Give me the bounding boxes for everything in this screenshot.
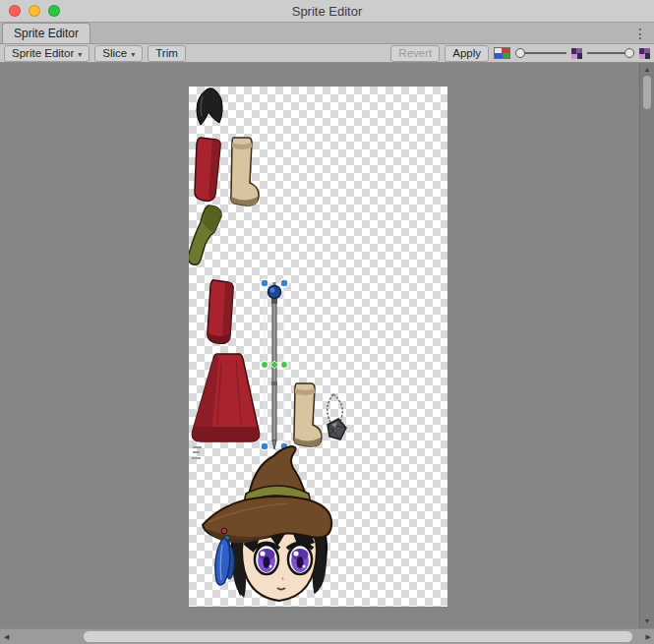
trim-label: Trim	[155, 47, 178, 59]
selection-handle[interactable]	[281, 362, 288, 369]
chevron-down-icon: ▾	[78, 49, 82, 58]
sprite-staff-selected[interactable]	[261, 279, 288, 450]
toolbar: Sprite Editor ▾ Slice ▾ Trim Revert Appl…	[0, 44, 654, 63]
kebab-menu-icon[interactable]: ⋮	[633, 27, 647, 40]
sprite-pendant[interactable]	[327, 394, 346, 439]
tab-strip: Sprite Editor ⋮	[0, 23, 654, 44]
selection-handle[interactable]	[261, 442, 268, 450]
vertical-scrollbar-thumb[interactable]	[643, 76, 651, 109]
apply-button[interactable]: Apply	[445, 45, 489, 62]
sprite-boot-2[interactable]	[294, 383, 322, 446]
sprite-fragments[interactable]	[192, 446, 202, 459]
sprite-boot[interactable]	[231, 138, 259, 205]
sprite-scarf[interactable]	[189, 205, 221, 264]
mip-level-low-icon	[571, 48, 582, 59]
sprite-red-arm[interactable]	[208, 280, 233, 344]
close-button[interactable]	[9, 5, 21, 17]
tab-sprite-editor[interactable]: Sprite Editor	[2, 23, 90, 43]
selection-handle[interactable]	[261, 279, 268, 287]
sprite-editor-mode-label: Sprite Editor	[12, 47, 74, 59]
zoom-slider-knob[interactable]	[515, 48, 525, 58]
window-title: Sprite Editor	[292, 4, 363, 19]
sprite-sheet-art	[189, 87, 447, 607]
right-eye	[287, 544, 313, 575]
selection-pivot[interactable]	[270, 361, 278, 369]
mip-slider[interactable]	[587, 48, 634, 58]
selection-handle[interactable]	[262, 362, 268, 369]
mip-level-high-icon	[639, 48, 650, 59]
chevron-down-icon: ▾	[131, 49, 135, 58]
sprite-skirt[interactable]	[192, 354, 259, 441]
slice-label: Slice	[102, 47, 127, 59]
horizontal-scrollbar-thumb[interactable]	[84, 631, 632, 642]
fullscreen-button[interactable]	[48, 5, 60, 17]
revert-button[interactable]: Revert	[390, 45, 440, 62]
rgb-alpha-toggle-icon[interactable]	[494, 47, 510, 59]
mip-slider-track[interactable]	[587, 52, 624, 54]
sprite-hair-tuft[interactable]	[197, 88, 222, 125]
sprite-editor-window: Sprite Editor Sprite Editor ⋮ Sprite Edi…	[0, 0, 654, 644]
left-eye	[254, 544, 279, 575]
sprite-sheet[interactable]	[189, 87, 447, 607]
trim-button[interactable]: Trim	[148, 45, 186, 62]
scroll-right-icon[interactable]: ▶	[646, 629, 651, 644]
canvas[interactable]: ▲ ▼	[0, 63, 654, 628]
tab-label: Sprite Editor	[14, 27, 79, 40]
scroll-up-icon[interactable]: ▲	[640, 65, 654, 75]
sprite-editor-mode-dropdown[interactable]: Sprite Editor ▾	[4, 45, 89, 62]
titlebar[interactable]: Sprite Editor	[0, 0, 654, 23]
minimize-button[interactable]	[29, 5, 40, 17]
scroll-left-icon[interactable]: ◀	[4, 629, 9, 644]
vertical-scrollbar[interactable]: ▲ ▼	[639, 63, 654, 628]
traffic-lights	[9, 5, 60, 17]
apply-label: Apply	[452, 47, 481, 59]
sprite-red-sleeve[interactable]	[195, 138, 220, 201]
sprite-head[interactable]	[203, 446, 331, 601]
selection-handle[interactable]	[280, 279, 288, 287]
revert-label: Revert	[398, 47, 432, 59]
horizontal-scrollbar[interactable]: ◀ ▶	[0, 628, 654, 644]
zoom-slider[interactable]	[515, 48, 566, 58]
slice-dropdown[interactable]: Slice ▾	[94, 45, 143, 62]
scroll-down-icon[interactable]: ▼	[640, 616, 654, 626]
mip-slider-knob[interactable]	[624, 48, 634, 58]
zoom-slider-track[interactable]	[525, 52, 566, 54]
